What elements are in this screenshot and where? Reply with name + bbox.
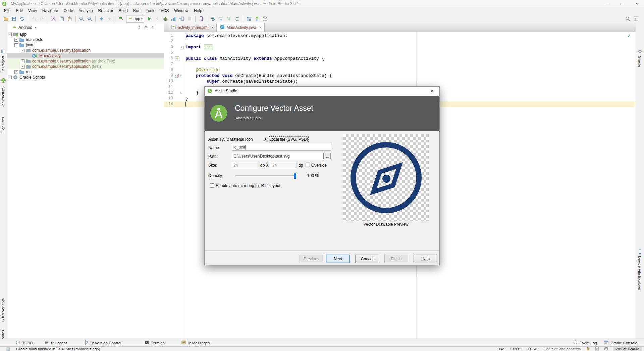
settings-gear-icon[interactable] (144, 25, 148, 31)
local-file-radio[interactable] (264, 137, 268, 141)
tool-button-gradle[interactable]: Gradle (638, 56, 642, 68)
details-icon[interactable] (595, 346, 599, 351)
override-gutter-icon[interactable] (174, 73, 180, 79)
menu-build[interactable]: Build (116, 8, 130, 14)
name-input[interactable]: ic_test (232, 144, 331, 150)
expand-icon[interactable]: + (21, 59, 24, 63)
toolbar-profile-button[interactable] (169, 15, 177, 23)
opacity-slider-thumb[interactable] (294, 173, 296, 179)
menu-code[interactable]: Code (61, 8, 76, 14)
toolbar-sync-button[interactable] (18, 15, 26, 23)
tool-button----structure[interactable]: 7: Structure (1, 87, 5, 107)
code-line[interactable]: 3+import ... (164, 44, 636, 50)
rtl-mirroring-checkbox[interactable] (210, 183, 214, 188)
hide-panel-icon[interactable] (150, 25, 155, 31)
toolbar-sdk-button[interactable] (253, 15, 261, 23)
dialog-title-bar[interactable]: Asset Studio × (205, 87, 439, 96)
tree-row-gradle-scripts[interactable]: +Gradle Scripts (7, 75, 164, 80)
collapse-icon[interactable]: - (21, 49, 24, 52)
chevron-down-icon[interactable]: ▼ (34, 26, 37, 29)
menu-analyze[interactable]: Analyze (76, 8, 96, 14)
toolbar-copy-button[interactable] (58, 15, 66, 23)
toolbar-undo-button[interactable] (30, 15, 38, 23)
collapse-icon[interactable]: - (8, 33, 12, 36)
expand-icon[interactable]: + (21, 65, 24, 69)
context-indicator[interactable]: Context: <no context> (543, 347, 581, 351)
tool-window-button-eventlog[interactable]: Event Log (573, 339, 597, 347)
toolbar-gradle-sync-button[interactable] (209, 15, 217, 23)
code-line[interactable]: 6</>public class MainActivity extends Ap… (164, 56, 636, 61)
tree-row-com-example-user-myapplication[interactable]: +com.example.user.myapplication (android… (7, 58, 164, 64)
toolbar-debug-button[interactable] (161, 15, 169, 23)
toolbar-help-button[interactable]: ? (261, 15, 269, 23)
layout-gutter-icon[interactable]: </> (174, 56, 180, 61)
encoding-indicator[interactable]: UTF-8↕ (527, 347, 539, 351)
background-tasks-icon[interactable] (6, 347, 10, 351)
toolbar-save-button[interactable] (10, 15, 18, 23)
tool-window-button-terminal[interactable]: Terminal (144, 339, 165, 347)
expand-icon[interactable]: + (14, 38, 18, 42)
tree-row-app[interactable]: -app (7, 32, 164, 37)
menu-help[interactable]: Help (191, 8, 205, 14)
line-separator-indicator[interactable]: CRLF↕ (511, 347, 522, 351)
toolbar-cut-button[interactable] (50, 15, 58, 23)
fold-marker[interactable]: + (180, 44, 184, 50)
code-line[interactable]: 9∨ protected void onCreate(Bundle savedI… (164, 73, 636, 79)
close-tab-icon[interactable]: × (259, 25, 262, 30)
fold-marker[interactable]: ∧ (180, 90, 184, 96)
toolbar-forward-button[interactable] (105, 15, 113, 23)
toolbar-redo-button[interactable] (38, 15, 46, 23)
tree-row-com-example-user-myapplication[interactable]: +com.example.user.myapplication (test) (7, 64, 164, 69)
toolbar-vcs-up-button[interactable]: VCS (225, 15, 233, 23)
tree-row-mainactivity[interactable]: CMainActivity (7, 53, 164, 58)
toolbar-back-button[interactable] (97, 15, 105, 23)
close-tab-icon[interactable]: × (211, 25, 214, 30)
code-line[interactable]: 5 (164, 50, 636, 56)
toolbar-stop-button[interactable] (185, 15, 194, 23)
tool-window-button-versioncontrol[interactable]: 9: Version Control (84, 339, 121, 347)
opacity-slider-track[interactable] (235, 175, 295, 176)
toolbar-grid-button[interactable] (632, 15, 640, 23)
toolbar-search-button[interactable] (624, 15, 632, 23)
material-icon-radio-label[interactable]: Material Icon (230, 137, 253, 142)
tool-button-device-file-explorer[interactable]: Device File Explorer (638, 256, 642, 291)
height-input[interactable]: 24 (271, 162, 297, 168)
toolbar-open-button[interactable] (2, 15, 10, 23)
rtl-mirroring-label[interactable]: Enable auto mirroring for RTL layout (216, 183, 280, 188)
menu-vcs[interactable]: VCS (158, 8, 172, 14)
tool-button----project[interactable]: 1: Project (1, 56, 5, 72)
toolbar-find-button[interactable] (77, 15, 86, 23)
tool-window-button-logcat[interactable]: 6: Logcat (44, 339, 67, 347)
dialog-close-button[interactable]: × (424, 87, 439, 96)
code-line[interactable]: 8 @Override (164, 67, 636, 73)
menu-file[interactable]: File (1, 8, 13, 14)
cancel-button[interactable]: Cancel (355, 255, 379, 263)
override-checkbox[interactable] (306, 163, 310, 167)
fold-marker[interactable]: ∨ (180, 73, 184, 79)
tool-window-button-todo[interactable]: TODO (15, 339, 33, 347)
toolbar-paste-button[interactable] (66, 15, 74, 23)
override-label[interactable]: Override (311, 163, 327, 168)
tree-row-res[interactable]: +res (7, 69, 164, 75)
toolbar-apply-button[interactable] (153, 15, 161, 23)
finish-button[interactable]: Finish (384, 255, 408, 263)
local-file-radio-label[interactable]: Local file (SVG, PSD) (269, 137, 308, 142)
memory-indicator[interactable]: 205 of 1246M (613, 347, 642, 351)
tool-button-build-variants[interactable]: Build Variants (1, 298, 5, 322)
profiler-icon[interactable] (604, 346, 608, 351)
tree-row-com-example-user-myapplication[interactable]: -com.example.user.myapplication (7, 48, 164, 53)
toolbar-revert-button[interactable] (233, 15, 241, 23)
menu-navigate[interactable]: Navigate (40, 8, 61, 14)
menu-window[interactable]: Window (171, 8, 191, 14)
toolbar-attach-button[interactable] (177, 15, 185, 23)
toolbar-avd-button[interactable] (197, 15, 205, 23)
toolbar-hammer-button[interactable] (117, 15, 125, 23)
path-input[interactable]: C:\Users\User\Desktop\test.svg (232, 153, 324, 159)
tool-window-button-gradleconsole[interactable]: Gradle Console (604, 339, 637, 347)
toolbar-run-button[interactable] (145, 15, 153, 23)
expand-icon[interactable]: + (14, 70, 18, 74)
minimize-button[interactable]: — (600, 0, 614, 7)
project-view-selector[interactable]: Android (18, 25, 32, 30)
tab-mainactivity-java[interactable]: C MainActivity.java × (217, 23, 265, 32)
width-input[interactable]: 24 (232, 162, 258, 168)
